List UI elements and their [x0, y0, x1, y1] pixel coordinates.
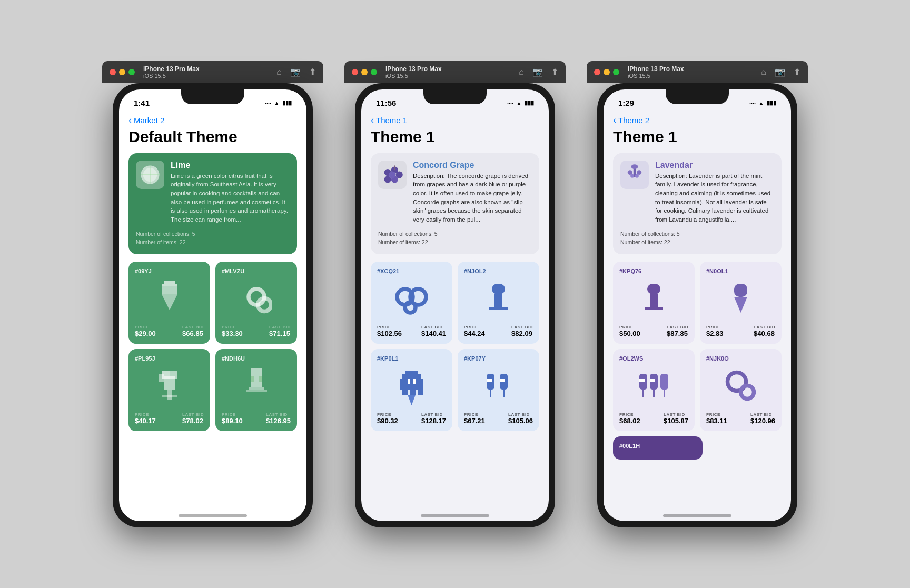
price-label-3-2: PRICE	[619, 412, 640, 417]
lastbid-block-3-2: LAST BID $105.87	[664, 412, 688, 425]
grid-item-1-1[interactable]: #MLVZU PRICE $33.30	[215, 262, 297, 344]
iphone-frame-3: 1:29 ···· ▲ ▮▮▮ ‹ Theme 2 Theme 1	[597, 83, 797, 527]
notch-2	[423, 89, 487, 104]
sim-device-title-1: iPhone 13 Pro Max iOS 15.5	[143, 65, 200, 79]
settings-icon-2[interactable]: ⬆	[551, 67, 558, 77]
feature-card-inner-1: Lime Lime is a green color citrus fruit …	[136, 161, 290, 224]
svg-point-53	[631, 164, 638, 169]
svg-point-55	[637, 170, 641, 175]
item-artwork-3-2	[619, 366, 688, 408]
svg-rect-6	[162, 286, 177, 294]
titlebar-1: iPhone 13 Pro Max iOS 15.5 ⌂ 📷 ⬆	[102, 61, 323, 83]
back-chevron-2: ‹	[371, 115, 374, 126]
grid-item-3-2[interactable]: #OL2WS	[613, 349, 695, 431]
grid-item-3-0[interactable]: #KPQ76 PRICE $50	[613, 262, 695, 344]
minimize-button-2[interactable]	[361, 69, 368, 75]
price-row-3-2: PRICE $68.02 LAST BID $105.87	[619, 412, 688, 425]
lastbid-value-3-0: $87.85	[667, 330, 688, 337]
price-row-1-3: PRICE $89.10 LAST BID $126.95	[222, 412, 291, 425]
svg-point-54	[628, 170, 632, 175]
svg-rect-18	[246, 390, 267, 392]
items-grid-2: #XCQ21 PRICE $102.56	[371, 262, 539, 431]
screenshot-icon-3[interactable]: 📷	[775, 67, 785, 77]
item-id-2-0: #XCQ21	[377, 268, 446, 274]
price-block-3-0: PRICE $50.00	[619, 325, 640, 337]
svg-rect-72	[664, 390, 665, 397]
nav-back-label-2: Theme 1	[376, 116, 407, 125]
close-button-3[interactable]	[594, 69, 600, 75]
settings-icon-3[interactable]: ⬆	[794, 67, 800, 77]
home-icon-3[interactable]: ⌂	[761, 67, 766, 77]
status-icons-2: ···· ▲ ▮▮▮	[507, 99, 534, 106]
lastbid-value-2-0: $140.41	[421, 330, 446, 337]
grid-item-2-1[interactable]: #NJOL2 PRICE $44	[458, 262, 539, 344]
price-value-3-3: $83.11	[706, 417, 727, 425]
feature-card-text-2: Concord Grape Description: The concorde …	[413, 161, 532, 224]
grid-item-3-1[interactable]: #N0OL1 PRICE $2.83	[700, 262, 782, 344]
wifi-icon-2: ▲	[516, 100, 522, 106]
maximize-button-3[interactable]	[613, 69, 619, 75]
minimize-button-3[interactable]	[604, 69, 610, 75]
grid-item-1-0[interactable]: #09YJ PRICE	[128, 262, 210, 344]
nav-back-1[interactable]: ‹ Market 2	[128, 113, 297, 126]
screenshot-icon-2[interactable]: 📷	[532, 67, 543, 77]
price-label-1-1: PRICE	[222, 325, 243, 330]
price-row-3-3: PRICE $83.11 LAST BID $120.96	[706, 412, 775, 425]
item-id-1-0: #09YJ	[135, 268, 204, 274]
minimize-button-1[interactable]	[119, 69, 125, 75]
home-icon-2[interactable]: ⌂	[519, 67, 524, 77]
svg-rect-37	[421, 379, 423, 390]
grid-item-3-3[interactable]: #NJK0O PRICE $83.11	[700, 349, 782, 431]
feature-name-2: Concord Grape	[413, 161, 532, 170]
price-value-2-3: $67.21	[464, 417, 485, 425]
lastbid-value-3-1: $40.68	[754, 330, 775, 337]
settings-icon-1[interactable]: ⬆	[309, 67, 316, 77]
home-icon-1[interactable]: ⌂	[276, 67, 282, 77]
iphone-frame-2: 11:56 ···· ▲ ▮▮▮ ‹ Theme 1 Theme 1	[355, 83, 555, 527]
grid-item-2-2[interactable]: #KP0L1	[371, 349, 452, 431]
wifi-icon-3: ▲	[758, 100, 764, 106]
feature-desc-1: Lime is a green color citrus fruit that …	[171, 172, 290, 224]
svg-point-30	[405, 302, 416, 313]
maximize-button-2[interactable]	[371, 69, 377, 75]
close-button-2[interactable]	[352, 69, 358, 75]
lastbid-label-3-0: LAST BID	[667, 325, 688, 330]
notch-3	[666, 89, 729, 104]
svg-rect-60	[645, 307, 663, 310]
lastbid-label-2-3: LAST BID	[508, 412, 533, 417]
feature-card-2[interactable]: Concord Grape Description: The concorde …	[371, 153, 539, 255]
svg-rect-45	[490, 390, 491, 397]
feature-collections-1: Number of collections: 5	[136, 230, 290, 238]
lastbid-value-1-0: $66.85	[182, 330, 204, 337]
feature-card-3[interactable]: Lavendar Description: Lavender is part o…	[613, 153, 782, 255]
nav-back-label-1: Market 2	[134, 116, 164, 125]
maximize-button-1[interactable]	[128, 69, 135, 75]
signal-icon-3: ····	[749, 100, 756, 106]
window-controls-3	[594, 69, 619, 75]
svg-rect-42	[413, 379, 416, 384]
extra-grid-item-3[interactable]: #00L1H	[613, 436, 703, 460]
lastbid-value-3-2: $105.87	[664, 417, 688, 425]
svg-rect-40	[418, 390, 423, 395]
status-time-2: 11:56	[376, 98, 396, 107]
feature-card-text-1: Lime Lime is a green color citrus fruit …	[171, 161, 290, 224]
lastbid-block-1-2: LAST BID $78.02	[182, 412, 204, 425]
grid-item-2-3[interactable]: #KP07Y	[458, 349, 539, 431]
svg-rect-20	[259, 376, 262, 382]
grid-item-1-2[interactable]: #PL95J	[128, 349, 210, 431]
price-row-2-0: PRICE $102.56 LAST BID $140.41	[377, 325, 446, 337]
nav-back-3[interactable]: ‹ Theme 2	[613, 113, 782, 126]
lastbid-label-3-2: LAST BID	[664, 412, 688, 417]
page-title-2: Theme 1	[371, 128, 539, 146]
grid-item-2-0[interactable]: #XCQ21 PRICE $102.56	[371, 262, 452, 344]
page-title-3: Theme 1	[613, 128, 782, 146]
feature-card-1[interactable]: Lime Lime is a green color citrus fruit …	[128, 153, 297, 255]
screenshot-icon-1[interactable]: 📷	[290, 67, 301, 77]
svg-rect-70	[652, 379, 655, 382]
svg-rect-71	[660, 374, 668, 390]
close-button-1[interactable]	[110, 69, 116, 75]
grid-item-1-3[interactable]: #NDH6U PRICE	[215, 349, 297, 431]
price-row-3-0: PRICE $50.00 LAST BID $87.85	[619, 325, 688, 337]
nav-back-2[interactable]: ‹ Theme 1	[371, 113, 539, 126]
back-chevron-3: ‹	[613, 115, 616, 126]
